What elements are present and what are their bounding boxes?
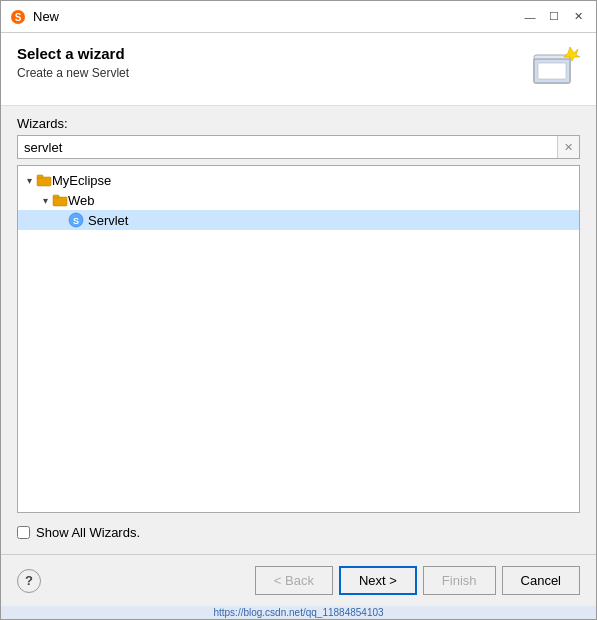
title-bar: S New — ☐ ✕ [1, 1, 596, 33]
back-button[interactable]: < Back [255, 566, 333, 595]
tree-item-web[interactable]: ▾ Web [18, 190, 579, 210]
servlet-icon: S [68, 212, 84, 228]
search-clear-button[interactable]: ✕ [557, 136, 579, 158]
watermark: https://blog.csdn.net/qq_11884854103 [1, 606, 596, 619]
tree-label-web: Web [68, 193, 95, 208]
window-icon: S [9, 8, 27, 26]
minimize-button[interactable]: — [520, 7, 540, 27]
svg-rect-4 [538, 63, 566, 79]
tree-label-servlet: Servlet [88, 213, 128, 228]
show-all-wizards-checkbox[interactable] [17, 526, 30, 539]
footer: ? < Back Next > Finish Cancel [1, 554, 596, 606]
header-title: Select a wizard [17, 45, 129, 62]
content-area: Wizards: ✕ ▾ MyEclipse ▾ [1, 106, 596, 554]
tree-label-myeclipse: MyEclipse [52, 173, 111, 188]
header-subtitle: Create a new Servlet [17, 66, 129, 80]
folder-icon-myeclipse [36, 172, 52, 188]
new-wizard-window: S New — ☐ ✕ Select a wizard Create a new… [0, 0, 597, 620]
help-button[interactable]: ? [17, 569, 41, 593]
toggle-web: ▾ [38, 195, 52, 206]
close-button[interactable]: ✕ [568, 7, 588, 27]
footer-buttons: < Back Next > Finish Cancel [255, 566, 580, 595]
search-row: ✕ [17, 135, 580, 159]
svg-rect-9 [53, 195, 59, 198]
folder-icon-web [52, 192, 68, 208]
svg-text:S: S [15, 12, 22, 23]
svg-text:S: S [73, 216, 79, 226]
wizards-label: Wizards: [17, 116, 580, 131]
tree-item-servlet[interactable]: S Servlet [18, 210, 579, 230]
cancel-button[interactable]: Cancel [502, 566, 580, 595]
window-title: New [33, 9, 520, 24]
show-all-wizards-row: Show All Wizards. [17, 521, 580, 544]
finish-button[interactable]: Finish [423, 566, 496, 595]
toggle-myeclipse: ▾ [22, 175, 36, 186]
svg-rect-8 [53, 197, 67, 206]
window-controls: — ☐ ✕ [520, 7, 588, 27]
header-section: Select a wizard Create a new Servlet [1, 33, 596, 106]
show-all-wizards-label[interactable]: Show All Wizards. [36, 525, 140, 540]
maximize-button[interactable]: ☐ [544, 7, 564, 27]
tree-item-myeclipse[interactable]: ▾ MyEclipse [18, 170, 579, 190]
wizard-icon [532, 45, 580, 93]
header-texts: Select a wizard Create a new Servlet [17, 45, 129, 80]
svg-rect-7 [37, 175, 43, 178]
search-input[interactable] [18, 137, 557, 158]
next-button[interactable]: Next > [339, 566, 417, 595]
svg-rect-6 [37, 177, 51, 186]
wizard-tree[interactable]: ▾ MyEclipse ▾ Web [17, 165, 580, 513]
